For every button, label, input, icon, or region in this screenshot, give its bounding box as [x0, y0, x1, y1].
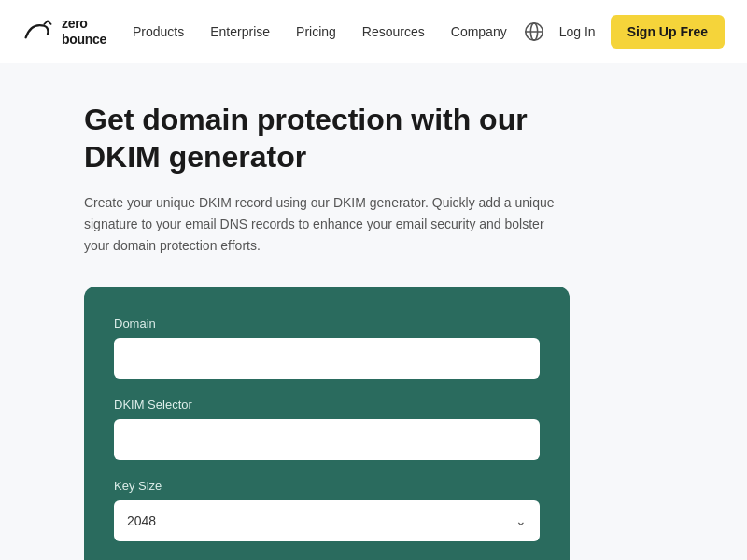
key-size-select-wrapper: 2048 1024 4096 ⌄	[114, 500, 540, 541]
key-size-group: Key Size 2048 1024 4096 ⌄	[114, 479, 540, 541]
nav-item-products[interactable]: Products	[133, 24, 184, 39]
domain-input[interactable]	[114, 338, 540, 379]
signup-button[interactable]: Sign Up Free	[611, 15, 725, 49]
form-card: Domain DKIM Selector Key Size 2048 1024 …	[84, 287, 570, 560]
domain-group: Domain	[114, 316, 540, 379]
nav-item-company[interactable]: Company	[451, 24, 507, 39]
main-content: Get domain protection with our DKIM gene…	[0, 63, 747, 560]
logo-icon	[22, 19, 56, 45]
domain-label: Domain	[114, 316, 540, 330]
nav-item-pricing[interactable]: Pricing	[296, 24, 336, 39]
nav-item-resources[interactable]: Resources	[362, 24, 425, 39]
logo-text: zero bounce	[62, 16, 106, 48]
key-size-select[interactable]: 2048 1024 4096	[114, 500, 540, 541]
page-title: Get domain protection with our DKIM gene…	[84, 101, 570, 175]
navbar: zero bounce Products Enterprise Pricing …	[0, 0, 747, 63]
nav-links: Products Enterprise Pricing Resources Co…	[133, 24, 524, 39]
dkim-selector-group: DKIM Selector	[114, 398, 540, 460]
key-size-label: Key Size	[114, 479, 540, 493]
nav-item-enterprise[interactable]: Enterprise	[210, 24, 270, 39]
logo[interactable]: zero bounce	[22, 16, 106, 48]
nav-right: Log In Sign Up Free	[524, 15, 725, 49]
globe-icon[interactable]	[524, 21, 544, 42]
dkim-selector-label: DKIM Selector	[114, 398, 540, 412]
page-description: Create your unique DKIM record using our…	[84, 192, 570, 257]
dkim-selector-input[interactable]	[114, 419, 540, 460]
login-link[interactable]: Log In	[559, 24, 596, 39]
